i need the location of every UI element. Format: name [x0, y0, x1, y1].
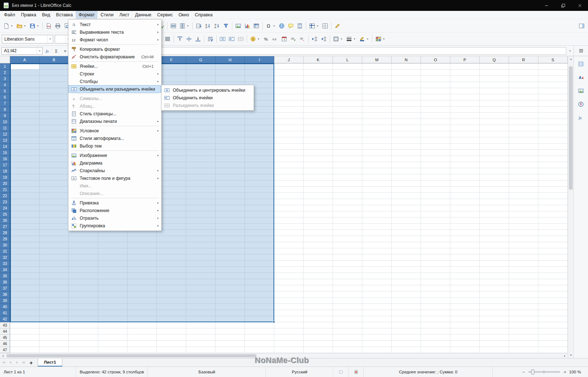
row-header-21[interactable]: 21: [0, 187, 10, 193]
add-sheet-button[interactable]: +: [27, 359, 36, 366]
row-header-36[interactable]: 36: [0, 279, 10, 285]
menubar-item-sheet[interactable]: Лист: [116, 11, 132, 19]
scroll-left-icon[interactable]: [0, 354, 6, 358]
styles-button[interactable]: A: [576, 72, 586, 82]
column-header-S[interactable]: S: [538, 56, 568, 63]
font-name-combo[interactable]: Liberation Sans: [2, 35, 53, 44]
vertical-scrollbar[interactable]: [568, 56, 574, 358]
sort-button[interactable]: [194, 21, 203, 31]
menubar-item-format[interactable]: Формат: [76, 11, 97, 19]
dropdown-caret-icon[interactable]: [366, 37, 369, 41]
open-button[interactable]: [15, 21, 28, 31]
split-window-button[interactable]: [321, 21, 330, 31]
maximize-button[interactable]: [555, 0, 571, 11]
row-header-17[interactable]: 17: [0, 162, 10, 168]
format-menu-item[interactable]: Диаграмма: [68, 159, 161, 167]
align-top-button[interactable]: [175, 34, 184, 44]
insert-chart-button[interactable]: [243, 21, 252, 31]
format-menu-item[interactable]: Стили автоформата...: [68, 134, 161, 142]
format-menu-item[interactable]: Отразить: [68, 214, 161, 222]
dropdown-caret-icon[interactable]: [23, 24, 26, 28]
row-header-11[interactable]: 11: [0, 125, 10, 131]
justify-button[interactable]: [163, 34, 172, 44]
wrap-text-button[interactable]: [206, 34, 215, 44]
row-header-7[interactable]: 7: [0, 100, 10, 107]
dropdown-caret-icon[interactable]: [10, 24, 13, 28]
page-style-field[interactable]: Базовый: [148, 367, 266, 377]
row-header-1[interactable]: 1: [0, 63, 10, 70]
row-header-32[interactable]: 32: [0, 254, 10, 261]
menubar-item-file[interactable]: Файл: [1, 11, 18, 19]
unmerge-cells-sub-button[interactable]: [236, 34, 245, 44]
menubar-item-styles[interactable]: Стили: [97, 11, 116, 19]
row-header-22[interactable]: 22: [0, 193, 10, 199]
column-header-P[interactable]: P: [450, 56, 480, 63]
row-header-34[interactable]: 34: [0, 267, 10, 273]
row-header-45[interactable]: 45: [0, 335, 10, 341]
navigator-button[interactable]: [576, 99, 586, 109]
format-menu-item[interactable]: Строки: [68, 70, 161, 78]
stats-field[interactable]: Среднее значение: ; Сумма: 0: [364, 367, 493, 377]
merge-submenu-item[interactable]: Объединить и центрировать ячейки: [162, 86, 254, 94]
menubar-item-help[interactable]: Справка: [192, 11, 216, 19]
column-header-G[interactable]: G: [186, 56, 216, 63]
row-header-8[interactable]: 8: [0, 107, 10, 113]
row-header-4[interactable]: 4: [0, 82, 10, 88]
column-header-K[interactable]: K: [304, 56, 333, 63]
dropdown-caret-icon[interactable]: [316, 24, 319, 28]
row-header-18[interactable]: 18: [0, 168, 10, 174]
menubar-item-data[interactable]: Данные: [132, 11, 154, 19]
number-decimal-button[interactable]: 0.0: [271, 34, 280, 44]
align-bottom-button[interactable]: [193, 34, 203, 44]
scroll-right-icon[interactable]: [562, 354, 568, 358]
align-vcenter-button[interactable]: [184, 34, 193, 44]
add-decimal-button[interactable]: .00+: [289, 34, 298, 44]
row-header-30[interactable]: 30: [0, 242, 10, 248]
sum-button[interactable]: Σ: [52, 46, 61, 55]
hyperlink-button[interactable]: [277, 21, 286, 31]
name-box[interactable]: A1:I42: [2, 47, 37, 54]
row-header-28[interactable]: 28: [0, 230, 10, 236]
format-menu-item[interactable]: 12Формат чисел: [68, 36, 161, 44]
sidebar-toggle-button[interactable]: [577, 21, 586, 31]
zoom-out-button[interactable]: [521, 369, 526, 375]
select-all-corner[interactable]: [0, 56, 10, 63]
row-header-35[interactable]: 35: [0, 273, 10, 279]
menubar-item-view[interactable]: Вид: [39, 11, 53, 19]
gallery-button[interactable]: [576, 86, 586, 95]
format-menu-item[interactable]: Копировать формат: [68, 45, 161, 53]
first-sheet-button[interactable]: [1, 359, 7, 366]
delete-decimal-button[interactable]: .00-: [298, 34, 307, 44]
column-header-Q[interactable]: Q: [480, 56, 509, 63]
headers-footers-button[interactable]: [295, 21, 304, 31]
new-document-button[interactable]: [2, 21, 15, 31]
format-menu-item[interactable]: Спарклайны: [68, 167, 161, 174]
sort-ascending-button[interactable]: АЯ: [203, 21, 212, 31]
zoom-slider[interactable]: [528, 371, 560, 373]
insert-row-button[interactable]: [169, 21, 178, 31]
increase-indent-button[interactable]: [310, 34, 319, 44]
dropdown-caret-icon[interactable]: [382, 37, 385, 41]
column-header-N[interactable]: N: [392, 56, 421, 63]
freeze-panes-button[interactable]: [308, 21, 321, 31]
row-header-10[interactable]: 10: [0, 119, 10, 125]
border-style-button[interactable]: [345, 34, 358, 44]
dropdown-caret-icon[interactable]: [272, 24, 276, 28]
previous-sheet-button[interactable]: [7, 359, 14, 366]
close-button[interactable]: [571, 0, 588, 11]
row-header-6[interactable]: 6: [0, 94, 10, 100]
menubar-item-edit[interactable]: Правка: [18, 11, 39, 19]
conditional-formatting-button[interactable]: [374, 34, 387, 44]
format-menu-item[interactable]: Расположение: [68, 207, 161, 214]
horizontal-scroll-thumb[interactable]: [7, 354, 257, 357]
percent-button[interactable]: %: [262, 34, 271, 44]
sheet-tab-Лист1[interactable]: Лист1: [38, 359, 62, 366]
format-menu-item[interactable]: Изображение: [68, 152, 161, 159]
format-menu-item[interactable]: Условное: [68, 127, 161, 134]
zoom-slider-thumb[interactable]: [531, 369, 534, 374]
format-menu-item[interactable]: Привязка: [68, 199, 161, 207]
scroll-down-icon[interactable]: [568, 352, 574, 358]
column-header-I[interactable]: I: [245, 56, 274, 63]
row-header-42[interactable]: 42: [0, 316, 10, 322]
document-modified-button[interactable]: [349, 367, 364, 377]
